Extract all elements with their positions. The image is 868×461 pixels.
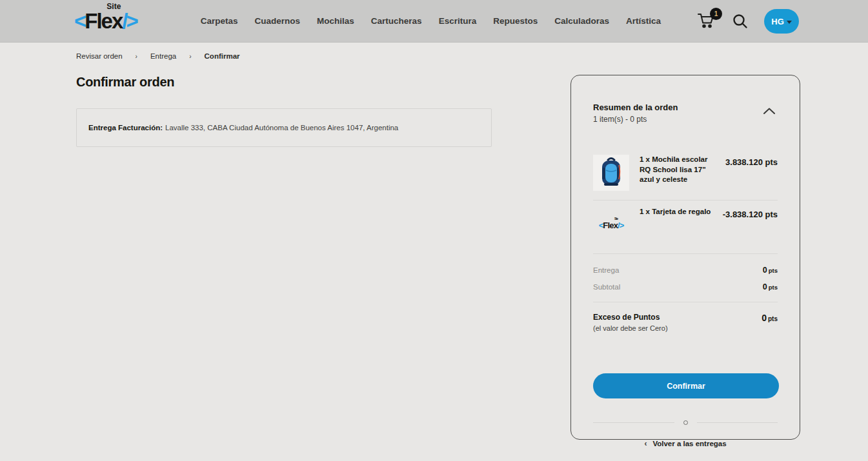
chevron-up-icon — [762, 106, 776, 115]
summary-title: Resumen de la orden — [593, 103, 678, 112]
back-to-deliveries-label: Volver a las entregas — [652, 440, 726, 447]
cart-button[interactable]: 1 — [697, 11, 716, 32]
nav-item-cartucheras[interactable]: Cartucheras — [364, 12, 429, 30]
breadcrumb: Revisar orden › Entrega › Confirmar — [76, 52, 240, 60]
delivery-billing-address: Lavalle 333, CABA Ciudad Autónoma de Bue… — [165, 124, 398, 132]
brand-logo[interactable]: <FlexSite/> — [74, 10, 137, 32]
excess-points-note: (el valor debe ser Cero) — [593, 324, 668, 332]
user-menu-button[interactable]: HG — [764, 9, 799, 34]
total-label: Entrega — [593, 266, 619, 274]
totals-section: Entrega 0pts Subtotal 0pts — [593, 253, 778, 295]
summary-subtitle: 1 item(s) - 0 pts — [593, 115, 678, 124]
product-price: -3.838.120 pts — [716, 207, 778, 219]
breadcrumb-separator-icon: › — [136, 53, 137, 60]
product-name: 1 x Tarjeta de regalo — [640, 207, 716, 217]
nav-item-escritura[interactable]: Escritura — [432, 12, 484, 30]
summary-header-text: Resumen de la orden 1 item(s) - 0 pts — [593, 103, 678, 124]
nav-item-calculadoras[interactable]: Calculadoras — [547, 12, 616, 30]
breadcrumb-confirmar: Confirmar — [205, 52, 240, 60]
product-thumbnail — [593, 155, 629, 191]
header-actions: 1 HG — [697, 0, 799, 43]
breadcrumb-separator-icon: › — [189, 53, 191, 60]
nav-item-cuadernos[interactable]: Cuadernos — [248, 12, 308, 30]
excess-points-value: 0pts — [762, 313, 778, 332]
order-item-giftcard: <FlexSite/> 1 x Tarjeta de regalo -3.838… — [593, 200, 778, 252]
product-price: 3.838.120 pts — [716, 155, 778, 167]
main-nav: Carpetas Cuadernos Mochilas Cartucheras … — [194, 12, 668, 30]
total-value: 0pts — [763, 282, 778, 291]
top-navbar: <FlexSite/> Carpetas Cuadernos Mochilas … — [0, 0, 868, 43]
order-summary-panel: Resumen de la orden 1 item(s) - 0 pts — [570, 75, 800, 440]
excess-points-section: Exceso de Puntos (el valor debe ser Cero… — [593, 302, 778, 332]
nav-item-repuestos[interactable]: Repuestos — [486, 12, 545, 30]
order-items-list: 1 x Mochila escolar RQ School lisa 17" a… — [593, 148, 778, 252]
cart-count-badge: 1 — [710, 8, 722, 20]
flex-logo-icon: <FlexSite/> — [599, 220, 624, 230]
chevron-down-icon — [787, 21, 792, 24]
breadcrumb-entrega[interactable]: Entrega — [150, 52, 176, 60]
total-value: 0pts — [763, 266, 778, 275]
confirm-button[interactable]: Confirmar — [593, 373, 779, 398]
giftcard-thumbnail: <FlexSite/> — [593, 207, 629, 243]
page: <FlexSite/> Carpetas Cuadernos Mochilas … — [0, 0, 868, 461]
pager-divider — [593, 420, 778, 425]
collapse-summary-button[interactable] — [762, 106, 776, 115]
backpack-image — [593, 155, 629, 191]
delivery-billing-box: Entrega Facturación: Lavalle 333, CABA C… — [76, 108, 492, 147]
back-to-deliveries-link[interactable]: ‹ Volver a las entregas — [593, 439, 778, 448]
search-icon — [732, 13, 749, 30]
logo-close-bracket: /> — [122, 9, 136, 33]
user-initials: HG — [771, 17, 784, 26]
nav-item-mochilas[interactable]: Mochilas — [310, 12, 361, 30]
order-item-backpack: 1 x Mochila escolar RQ School lisa 17" a… — [593, 148, 778, 200]
summary-header: Resumen de la orden 1 item(s) - 0 pts — [593, 103, 778, 124]
nav-item-artistica[interactable]: Artística — [619, 12, 668, 30]
breadcrumb-revisar-orden[interactable]: Revisar orden — [76, 52, 123, 60]
excess-points-label: Exceso de Puntos — [593, 313, 668, 322]
excess-points-text: Exceso de Puntos (el valor debe ser Cero… — [593, 313, 668, 332]
search-button[interactable] — [732, 13, 749, 30]
chevron-left-icon: ‹ — [644, 439, 647, 448]
pager-dot[interactable] — [683, 420, 688, 425]
page-title: Confirmar orden — [76, 75, 174, 90]
logo-name: FlexSite — [85, 9, 122, 33]
divider-line — [593, 422, 674, 423]
logo-site-label: Site — [106, 3, 121, 10]
total-label: Subtotal — [593, 283, 620, 291]
product-name: 1 x Mochila escolar RQ School lisa 17" a… — [640, 155, 716, 185]
total-row-subtotal: Subtotal 0pts — [593, 279, 778, 295]
delivery-billing-label: Entrega Facturación: — [88, 124, 163, 132]
total-row-entrega: Entrega 0pts — [593, 262, 778, 279]
divider-line — [697, 422, 778, 423]
logo-open-bracket: < — [74, 9, 85, 33]
nav-item-carpetas[interactable]: Carpetas — [194, 12, 245, 30]
